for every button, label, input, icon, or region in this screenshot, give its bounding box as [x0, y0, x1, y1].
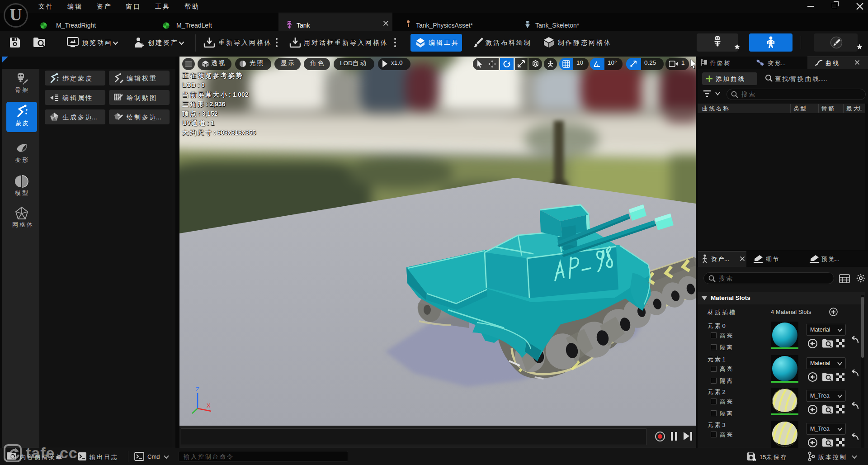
svg-text:X: X — [207, 402, 211, 409]
svg-text:Z: Z — [196, 386, 199, 393]
